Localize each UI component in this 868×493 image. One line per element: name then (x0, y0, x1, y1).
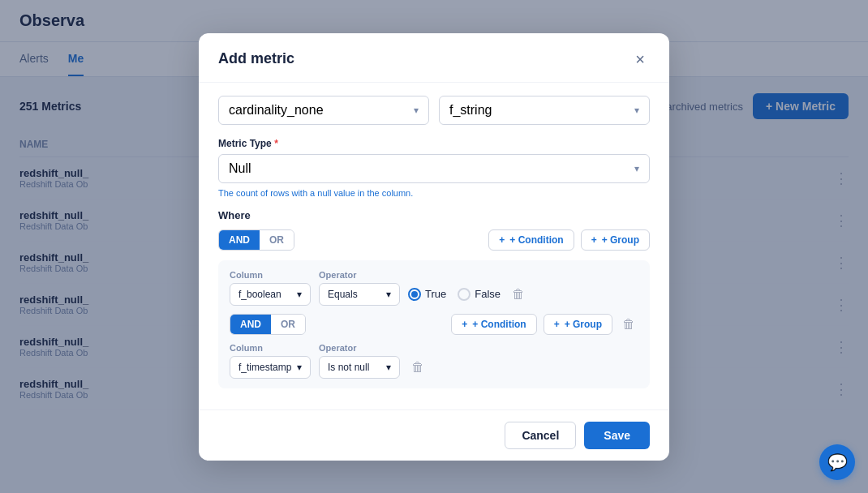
modal-footer: Cancel Save (199, 409, 669, 461)
modal-header: Add metric × (199, 33, 669, 83)
where-section: Where AND OR + + Condition + (218, 209, 650, 388)
radio-group-1: True False (408, 288, 501, 301)
chevron-down-icon: ▾ (386, 289, 391, 300)
column-label-2: Column (230, 343, 311, 353)
top-or-button[interactable]: OR (260, 230, 294, 250)
chevron-down-icon: ▾ (634, 105, 639, 116)
sub-or-button[interactable]: OR (271, 315, 305, 334)
delete-group-button[interactable]: 🗑 (619, 314, 638, 335)
sub-and-button[interactable]: AND (230, 315, 271, 334)
cardinality-dropdown[interactable]: cardinality_none ▾ (218, 96, 429, 125)
chevron-down-icon: ▾ (386, 362, 391, 373)
condition-group-1: Column f_boolean ▾ Operator Equals ▾ (218, 260, 650, 388)
cancel-button[interactable]: Cancel (505, 422, 576, 449)
operator-label-2: Operator (319, 343, 400, 353)
modal-title: Add metric (218, 50, 294, 67)
close-button[interactable]: × (630, 49, 650, 69)
fstring-dropdown[interactable]: f_string ▾ (439, 96, 650, 125)
delete-col-2: 🗑 (408, 345, 428, 376)
radio-circle-false (458, 288, 471, 301)
column-field-1: Column f_boolean ▾ (230, 270, 311, 306)
cardinality-value: cardinality_none (229, 103, 324, 118)
metric-type-dropdown[interactable]: Null ▾ (218, 154, 650, 183)
chat-icon: 💬 (827, 452, 848, 472)
column-field-2: Column f_timestamp ▾ (230, 343, 311, 379)
metric-type-value: Null (229, 161, 251, 176)
delete-col-1: 🗑 (509, 272, 528, 303)
radio-false[interactable]: False (458, 288, 501, 301)
column-select-2[interactable]: f_timestamp ▾ (230, 356, 311, 379)
plus-icon: + (554, 319, 560, 330)
top-dropdowns: cardinality_none ▾ f_string ▾ (218, 96, 650, 125)
sub-logic-bar: AND OR + + Condition + + Group (230, 314, 638, 335)
value-field-1: True False (408, 275, 501, 301)
chevron-down-icon: ▾ (634, 163, 639, 174)
chevron-down-icon: ▾ (297, 289, 302, 300)
plus-icon: + (499, 234, 505, 246)
top-add-buttons: + + Condition + + Group (488, 229, 650, 251)
top-logic-group: AND OR (218, 229, 294, 251)
sub-add-condition-button[interactable]: + + Condition (451, 314, 536, 335)
condition-row-1: Column f_boolean ▾ Operator Equals ▾ (230, 270, 638, 306)
where-label: Where (218, 209, 650, 221)
value-label-spacer (408, 275, 501, 285)
chevron-down-icon: ▾ (414, 105, 419, 116)
sub-add-group-button[interactable]: + + Group (544, 314, 612, 335)
operator-select-1[interactable]: Equals ▾ (319, 283, 400, 306)
operator-select-2[interactable]: Is not null ▾ (319, 356, 400, 379)
fstring-value: f_string (449, 103, 492, 118)
column-select-1[interactable]: f_boolean ▾ (230, 283, 311, 306)
top-and-button[interactable]: AND (219, 230, 260, 250)
radio-dot (411, 291, 418, 298)
delete-condition-1-button[interactable]: 🗑 (509, 285, 528, 303)
radio-true[interactable]: True (408, 288, 446, 301)
modal-body: cardinality_none ▾ f_string ▾ Metric Typ… (199, 83, 669, 409)
column-label-1: Column (230, 270, 311, 280)
add-metric-modal: Add metric × cardinality_none ▾ f_string… (199, 33, 669, 461)
where-toolbar: AND OR + + Condition + + Group (218, 229, 650, 251)
top-add-group-button[interactable]: + + Group (581, 229, 650, 251)
metric-type-hint: The count of rows with a null value in t… (218, 188, 650, 198)
chevron-down-icon: ▾ (297, 362, 302, 373)
operator-field-2: Operator Is not null ▾ (319, 343, 400, 379)
required-marker: * (274, 138, 278, 149)
sub-logic-group: AND OR (230, 314, 306, 335)
condition-row-2: Column f_timestamp ▾ Operator Is not nul… (230, 343, 638, 379)
metric-type-section: Metric Type * Null ▾ The count of rows w… (218, 138, 650, 198)
sub-add-buttons: + + Condition + + Group 🗑 (451, 314, 638, 335)
chat-bubble-button[interactable]: 💬 (819, 444, 855, 480)
operator-field-1: Operator Equals ▾ (319, 270, 400, 306)
operator-label-1: Operator (319, 270, 400, 280)
metric-type-label: Metric Type * (218, 138, 650, 149)
plus-icon: + (462, 319, 467, 330)
modal-overlay: Add metric × cardinality_none ▾ f_string… (0, 0, 868, 493)
plus-icon: + (591, 234, 597, 246)
radio-circle-true (408, 288, 421, 301)
save-button[interactable]: Save (584, 422, 650, 449)
top-add-condition-button[interactable]: + + Condition (488, 229, 574, 251)
delete-condition-2-button[interactable]: 🗑 (408, 358, 428, 376)
